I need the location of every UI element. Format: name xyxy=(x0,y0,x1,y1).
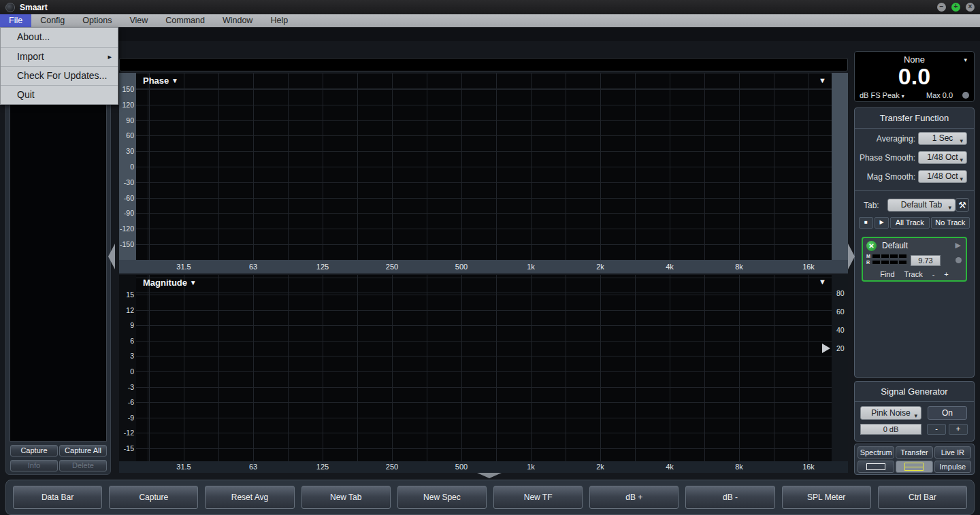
magnitude-corner-menu-icon[interactable]: ▼ xyxy=(819,278,826,286)
spectrum-mode-button[interactable]: Spectrum xyxy=(858,446,894,459)
magnitude-title-menu[interactable]: Magnitude ▼ xyxy=(143,278,197,288)
meter-scale-select[interactable]: dB FS Peak ▾ xyxy=(860,91,904,99)
toolbar-button-reset-avg[interactable]: Reset Avg xyxy=(205,486,294,509)
y-tick-label: -15 xyxy=(119,444,134,452)
phase-plot-area[interactable] xyxy=(136,73,832,260)
window-title: Smaart xyxy=(20,3,48,12)
y-tick-label: -120 xyxy=(119,225,134,233)
x-tick-label: 125 xyxy=(302,260,343,273)
tab-settings-icon[interactable]: ⚒ xyxy=(956,198,969,212)
menu-options[interactable]: Options xyxy=(74,14,120,27)
chevron-down-icon: ▾ xyxy=(960,154,963,166)
menu-command[interactable]: Command xyxy=(157,14,214,27)
single-pane-icon xyxy=(866,463,885,470)
x-tick-label: 1k xyxy=(510,461,551,473)
all-track-button[interactable]: All Track xyxy=(890,217,930,229)
toolbar-button-db[interactable]: dB - xyxy=(685,486,774,509)
level-plus-button[interactable]: + xyxy=(949,424,968,435)
smaart-window: Smaart −+× FileConfigOptionsViewCommandW… xyxy=(0,0,980,515)
impulse-button[interactable]: Impulse xyxy=(934,461,971,473)
meter-value: 0.0 xyxy=(855,65,974,88)
toolbar-button-spl-meter[interactable]: SPL Meter xyxy=(782,486,871,509)
chevron-down-icon: ▾ xyxy=(948,202,951,214)
averaging-select[interactable]: 1 Sec▾ xyxy=(918,132,967,145)
live-ir-mode-button[interactable]: Live IR xyxy=(934,446,971,459)
level-minus-button[interactable]: - xyxy=(927,424,946,435)
info-button[interactable]: Info xyxy=(10,460,58,471)
x-tick-label: 1k xyxy=(510,260,551,273)
file-menu-item-about[interactable]: About... xyxy=(1,28,118,47)
no-track-button[interactable]: No Track xyxy=(931,217,970,229)
phase-title-menu[interactable]: Phase ▼ xyxy=(143,76,178,86)
panel-title: Signal Generator xyxy=(855,382,974,397)
delete-button[interactable]: Delete xyxy=(59,460,107,471)
toolbar-button-data-bar[interactable]: Data Bar xyxy=(13,486,102,509)
magnitude-threshold-marker[interactable] xyxy=(822,344,830,353)
collapse-bottom-handle[interactable] xyxy=(477,473,502,478)
toolbar-button-new-tf[interactable]: New TF xyxy=(493,486,583,509)
transfer-mode-button[interactable]: Transfer xyxy=(896,446,932,459)
track-track-button[interactable]: Track xyxy=(904,270,923,278)
file-menu-item-quit[interactable]: Quit xyxy=(1,85,118,104)
x-tick-label: 63 xyxy=(233,260,274,273)
divider xyxy=(855,401,974,402)
track-delay-value[interactable]: 9.73 xyxy=(911,255,941,266)
menu-window[interactable]: Window xyxy=(214,14,261,27)
y-tick-label: -90 xyxy=(119,209,134,217)
generator-on-button[interactable]: On xyxy=(928,406,967,420)
chevron-down-icon: ▾ xyxy=(960,173,963,185)
toolbar-button-capture[interactable]: Capture xyxy=(109,486,198,509)
close-button[interactable]: × xyxy=(966,3,975,12)
chevron-down-icon: ▾ xyxy=(964,56,967,63)
toolbar-button-db[interactable]: dB + xyxy=(589,486,679,509)
play-button[interactable]: ▶ xyxy=(875,217,889,229)
phase-corner-menu-icon[interactable]: ▼ xyxy=(819,76,826,84)
x-tick-label: 4k xyxy=(649,461,690,473)
track-minus-button[interactable]: - xyxy=(932,270,935,278)
mag-smooth-row: Mag Smooth:1/48 Oct▾ xyxy=(855,169,974,186)
track-led xyxy=(956,257,962,263)
phase-smooth-select[interactable]: 1/48 Oct▾ xyxy=(918,151,967,164)
zoom-button[interactable]: + xyxy=(951,3,960,12)
toolbar-button-ctrl-bar[interactable]: Ctrl Bar xyxy=(878,486,967,509)
track-plus-button[interactable]: + xyxy=(944,270,948,278)
file-menu-item-check-for-updates[interactable]: Check For Updates... xyxy=(1,66,118,85)
menu-view[interactable]: View xyxy=(120,14,157,27)
capture-all-button[interactable]: Capture All xyxy=(59,445,107,456)
y-tick-label: 0 xyxy=(119,367,134,376)
toolbar-button-new-spec[interactable]: New Spec xyxy=(397,486,487,509)
x-tick-label: 31.5 xyxy=(163,461,204,473)
tab-select[interactable]: Default Tab▾ xyxy=(887,199,956,212)
y-tick-label: 150 xyxy=(119,85,134,93)
track-close-icon[interactable]: ✕ xyxy=(866,241,877,251)
magnitude-plot-area[interactable] xyxy=(136,275,832,461)
tab-label: Tab: xyxy=(864,201,879,210)
y-tick-label: 0 xyxy=(119,163,134,171)
chevron-down-icon: ▾ xyxy=(902,93,904,99)
mag-smooth-label: Mag Smooth: xyxy=(867,172,915,182)
y-tick-label: -3 xyxy=(119,383,134,391)
track-find-button[interactable]: Find xyxy=(880,270,894,278)
x-tick-label: 500 xyxy=(441,461,482,473)
generator-source-select[interactable]: Pink Noise▾ xyxy=(860,406,921,420)
file-menu-item-import[interactable]: Import▸ xyxy=(1,47,118,66)
stop-button[interactable]: ■ xyxy=(859,217,873,229)
layout-single-pane-button[interactable] xyxy=(858,461,894,473)
x-tick-label: 500 xyxy=(441,260,482,273)
clip-indicator-led[interactable] xyxy=(962,92,969,99)
capture-button[interactable]: Capture xyxy=(10,445,58,456)
menu-file[interactable]: File xyxy=(0,14,31,27)
mag-smooth-select[interactable]: 1/48 Oct▾ xyxy=(918,170,967,183)
generator-level-value[interactable]: 0 dB xyxy=(860,424,921,435)
x-tick-label: 250 xyxy=(372,260,412,273)
layout-split-pane-button[interactable] xyxy=(896,461,932,473)
menu-config[interactable]: Config xyxy=(31,14,74,27)
x-tick-label: 16k xyxy=(788,260,829,273)
averaging-label: Averaging: xyxy=(877,134,915,144)
toolbar-button-new-tab[interactable]: New Tab xyxy=(301,486,391,509)
minimize-button[interactable]: − xyxy=(937,3,946,12)
track-play-icon[interactable]: ▶ xyxy=(956,241,961,250)
y-tick-label: 30 xyxy=(119,147,134,155)
menu-help[interactable]: Help xyxy=(261,14,297,27)
tf-track-widget[interactable]: ✕ Default ▶ M R 9.73 FindTrack-+ xyxy=(862,237,967,282)
